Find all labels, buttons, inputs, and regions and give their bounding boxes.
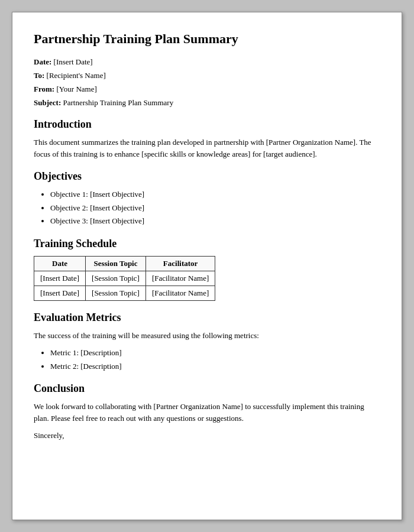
table-cell: [Session Topic] bbox=[86, 286, 146, 300]
document-title: Partnership Training Plan Summary bbox=[34, 31, 380, 47]
to-value: [Recipient's Name] bbox=[47, 71, 106, 80]
training-schedule-heading: Training Schedule bbox=[34, 238, 380, 250]
list-item: Metric 2: [Description] bbox=[50, 361, 380, 372]
evaluation-intro: The success of the training will be meas… bbox=[34, 330, 380, 342]
table-cell: [Insert Date] bbox=[34, 271, 86, 286]
conclusion-body: We look forward to collaborating with [P… bbox=[34, 401, 380, 424]
objectives-heading: Objectives bbox=[34, 170, 380, 183]
table-cell: [Insert Date] bbox=[34, 286, 86, 300]
subject-value: Partnership Training Plan Summary bbox=[63, 98, 173, 107]
schedule-table: Date Session Topic Facilitator [Insert D… bbox=[34, 256, 215, 301]
meta-from: From: [Your Name] bbox=[34, 85, 380, 94]
col-facilitator: Facilitator bbox=[145, 256, 215, 271]
date-value: [Insert Date] bbox=[54, 57, 93, 66]
evaluation-metrics-heading: Evaluation Metrics bbox=[34, 312, 380, 324]
subject-label: Subject: bbox=[34, 98, 61, 107]
introduction-heading: Introduction bbox=[34, 118, 380, 131]
meta-date: Date: [Insert Date] bbox=[34, 57, 380, 67]
table-header-row: Date Session Topic Facilitator bbox=[34, 256, 215, 271]
table-cell: [Session Topic] bbox=[86, 271, 146, 286]
closing-text: Sincerely, bbox=[34, 430, 380, 442]
introduction-body: This document summarizes the training pl… bbox=[34, 137, 380, 160]
from-label: From: bbox=[34, 85, 54, 93]
list-item: Metric 1: [Description] bbox=[50, 347, 380, 359]
date-label: Date: bbox=[34, 57, 51, 66]
meta-to: To: [Recipient's Name] bbox=[34, 71, 380, 80]
conclusion-heading: Conclusion bbox=[34, 382, 380, 395]
from-value: [Your Name] bbox=[56, 85, 96, 93]
col-session-topic: Session Topic bbox=[86, 256, 146, 271]
col-date: Date bbox=[34, 256, 86, 271]
metrics-list: Metric 1: [Description] Metric 2: [Descr… bbox=[50, 347, 380, 372]
table-row: [Insert Date][Session Topic][Facilitator… bbox=[34, 286, 215, 300]
list-item: Objective 2: [Insert Objective] bbox=[50, 202, 380, 214]
document-page: Partnership Training Plan Summary Date: … bbox=[12, 12, 402, 520]
to-label: To: bbox=[34, 71, 44, 80]
list-item: Objective 1: [Insert Objective] bbox=[50, 189, 380, 200]
objectives-list: Objective 1: [Insert Objective] Objectiv… bbox=[50, 189, 380, 227]
table-cell: [Facilitator Name] bbox=[145, 271, 215, 286]
table-cell: [Facilitator Name] bbox=[145, 286, 215, 300]
meta-subject: Subject: Partnership Training Plan Summa… bbox=[34, 98, 380, 108]
list-item: Objective 3: [Insert Objective] bbox=[50, 215, 380, 227]
table-row: [Insert Date][Session Topic][Facilitator… bbox=[34, 271, 215, 286]
